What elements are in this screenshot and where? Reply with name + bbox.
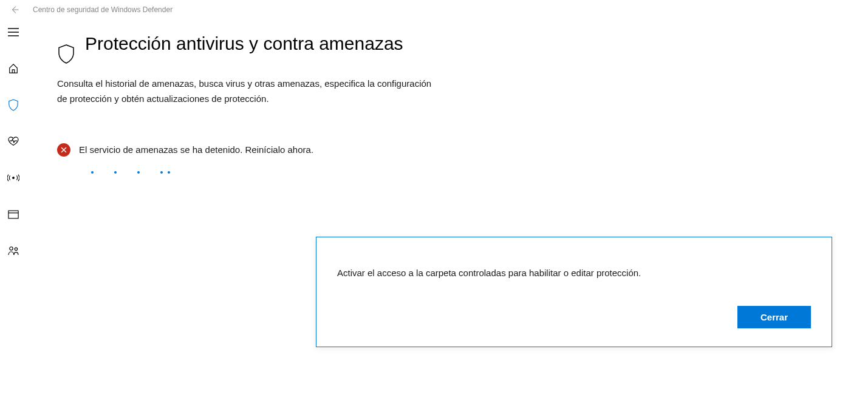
sidebar-item-home[interactable] (0, 62, 27, 75)
app-title: Centro de seguridad de Windows Defender (33, 5, 173, 14)
sidebar (0, 19, 27, 420)
sidebar-item-app-browser[interactable] (0, 208, 27, 221)
dialog-message: Activar el acceso a la carpeta controlad… (337, 268, 811, 278)
content-area: Protección antivirus y contra amenazas C… (27, 19, 464, 420)
progress-dot (91, 171, 94, 174)
status-error-badge (57, 143, 70, 157)
family-icon (7, 246, 19, 256)
sidebar-menu-button[interactable] (0, 25, 27, 39)
heart-icon (7, 137, 19, 146)
sidebar-item-family[interactable] (0, 244, 27, 257)
back-button[interactable] (5, 0, 24, 19)
progress-dot (114, 171, 117, 174)
page-header-icon (57, 44, 75, 67)
progress-dot (168, 171, 170, 174)
svg-rect-5 (9, 211, 18, 218)
browser-icon (8, 210, 19, 219)
arrow-left-icon (10, 5, 19, 14)
menu-icon (8, 28, 19, 36)
titlebar: Centro de seguridad de Windows Defender (0, 0, 868, 19)
close-button[interactable]: Cerrar (737, 306, 811, 328)
page-title: Protección antivirus y contra amenazas (85, 32, 403, 55)
svg-point-4 (13, 177, 15, 179)
close-icon (61, 147, 67, 153)
svg-point-8 (15, 248, 17, 250)
shield-icon (8, 99, 19, 111)
shield-icon (57, 44, 75, 64)
sidebar-item-virus-protection[interactable] (0, 98, 27, 112)
home-icon (8, 63, 19, 74)
svg-point-7 (10, 247, 13, 250)
progress-indicator (91, 171, 434, 174)
antenna-icon (7, 173, 19, 183)
sidebar-item-firewall[interactable] (0, 171, 27, 185)
main-layout: Protección antivirus y contra amenazas C… (0, 19, 868, 420)
status-message: El servicio de amenazas se ha detenido. … (79, 144, 313, 155)
page-subtitle: Consulta el historial de amenazas, busca… (57, 76, 434, 107)
page-header: Protección antivirus y contra amenazas (57, 32, 434, 67)
sidebar-item-device-health[interactable] (0, 135, 27, 148)
status-row: El servicio de amenazas se ha detenido. … (57, 143, 434, 157)
progress-dot (137, 171, 140, 174)
dialog-actions: Cerrar (337, 306, 811, 328)
progress-dot (160, 171, 163, 174)
dialog: Activar el acceso a la carpeta controlad… (316, 237, 832, 347)
